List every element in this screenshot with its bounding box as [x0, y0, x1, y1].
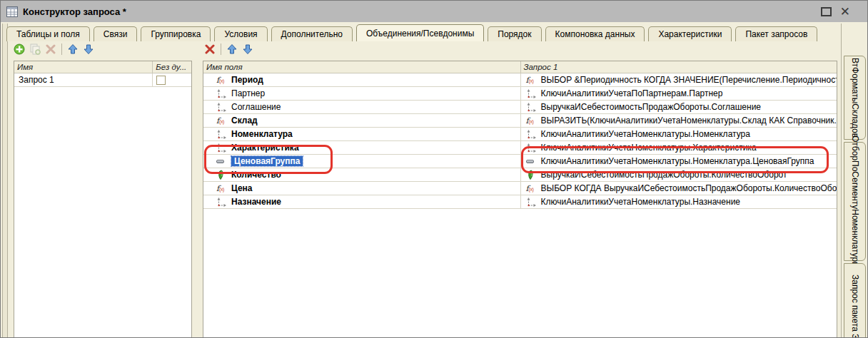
- tab-9[interactable]: Пакет запросов: [735, 26, 817, 41]
- delete-query-button[interactable]: [44, 42, 58, 56]
- left-splitter[interactable]: [2, 24, 8, 338]
- field-axes-icon: [216, 88, 229, 99]
- tab-1[interactable]: Связи: [94, 26, 138, 41]
- side-tab-strip: ВтФорматыСкладовОтборПоСегментуНоменклат…: [841, 24, 868, 338]
- queries-table: Имя Без ду... Запрос 1: [14, 61, 192, 338]
- field-row[interactable]: КоличествоВыручкаИСебестоимостьПродажОбо…: [203, 168, 837, 182]
- field-expression: КлючиАналитикиУчетаПоПартнерам.Партнер: [541, 88, 723, 98]
- toolbar-separator: [61, 43, 62, 55]
- side-tab-0[interactable]: ВтФорматыСкладов: [844, 56, 866, 140]
- window-title: Конструктор запроса *: [23, 6, 126, 17]
- field-axes-icon: [216, 129, 229, 140]
- aggregate-icon: [526, 170, 539, 180]
- field-row[interactable]: НоменклатураКлючиАналитикиУчетаНоменклат…: [203, 128, 837, 141]
- function-icon: f(x): [216, 116, 229, 126]
- expression-icon: [526, 156, 539, 167]
- field-expression: КлючиАналитикиУчетаНоменклатуры.Номенкла…: [541, 129, 750, 139]
- column-header-query1: Запрос 1: [521, 61, 837, 73]
- tab-8[interactable]: Характеристики: [648, 26, 732, 41]
- field-expression: КлючиАналитикиУчетаНоменклатуры.Номенкла…: [541, 156, 814, 166]
- tab-6[interactable]: Порядок: [488, 26, 541, 41]
- field-name: Количество: [231, 170, 281, 180]
- field-expression: ВЫБОР &Периодичность КОГДА ЗНАЧЕНИЕ(Пере…: [541, 75, 837, 85]
- arrow-up-icon: [67, 43, 79, 55]
- function-icon: f(x): [216, 183, 229, 194]
- field-name: Цена: [231, 183, 253, 193]
- titlebar: Конструктор запроса * ✕: [1, 1, 868, 22]
- field-expression: ВыручкаИСебестоимостьПродажОбороты.Согла…: [541, 102, 762, 112]
- function-icon: f(x): [526, 116, 539, 126]
- query-name: Запрос 1: [19, 75, 54, 85]
- delete-field-button[interactable]: [203, 42, 217, 56]
- toolbar-separator: [221, 43, 221, 55]
- field-row[interactable]: ПартнерКлючиАналитикиУчетаПоПартнерам.Па…: [203, 87, 837, 101]
- tab-unions-aliases[interactable]: Объединения/Псевдонимы: [356, 24, 484, 41]
- expression-icon: [216, 156, 229, 167]
- field-row[interactable]: f(x)Периодf(x)ВЫБОР &Периодичность КОГДА…: [203, 73, 837, 87]
- tab-3[interactable]: Условия: [214, 26, 267, 41]
- field-expression: ВЫБОР КОГДА ВыручкаИСебестоимостьПродажО…: [541, 183, 837, 193]
- function-icon: f(x): [526, 75, 539, 86]
- field-axes-icon: [216, 102, 229, 113]
- field-row[interactable]: НазначениеКлючиАналитикиУчетаНоменклатур…: [203, 195, 837, 209]
- field-name-selected: ЦеноваяГруппа: [231, 156, 303, 166]
- window-table-icon: [6, 6, 18, 17]
- side-tab-2[interactable]: Запрос пакета 3: [844, 263, 866, 338]
- tab-0[interactable]: Таблицы и поля: [6, 26, 90, 41]
- field-axes-icon: [526, 88, 539, 99]
- field-axes-icon: [216, 143, 229, 153]
- field-axes-icon: [526, 102, 539, 113]
- tab-4[interactable]: Дополнительно: [271, 26, 353, 41]
- field-name: Назначение: [231, 197, 281, 207]
- add-query-button[interactable]: [12, 42, 26, 56]
- field-row[interactable]: f(x)Ценаf(x)ВЫБОР КОГДА ВыручкаИСебестои…: [203, 182, 837, 195]
- delete-icon: [46, 44, 56, 54]
- close-button-icon[interactable]: ✕: [840, 6, 850, 18]
- queries-toolbar: [12, 41, 97, 57]
- arrow-up-icon: [226, 43, 238, 55]
- fields-table: Имя поля Запрос 1 f(x)Периодf(x)ВЫБОР &П…: [203, 61, 837, 338]
- move-field-up-button[interactable]: [225, 42, 239, 56]
- function-icon: f(x): [216, 75, 229, 86]
- field-row[interactable]: СоглашениеВыручкаИСебестоимостьПродажОбо…: [203, 101, 837, 114]
- column-header-name: Имя: [14, 61, 153, 73]
- fields-table-header: Имя поля Запрос 1: [203, 61, 837, 73]
- tab-7[interactable]: Компоновка данных: [545, 26, 645, 41]
- field-name: Соглашение: [231, 102, 281, 112]
- delete-icon: [205, 44, 215, 54]
- move-field-down-button[interactable]: [241, 42, 255, 56]
- column-header-field-name: Имя поля: [203, 61, 521, 73]
- field-expression: ВЫРАЗИТЬ(КлючиАналитикиУчетаНоменклатуры…: [541, 116, 837, 126]
- field-expression: КлючиАналитикиУчетаНоменклатуры.Назначен…: [541, 197, 741, 207]
- field-name: Партнер: [231, 88, 265, 98]
- field-expression: ВыручкаИСебестоимостьПродажОбороты.Колич…: [541, 170, 787, 180]
- field-axes-icon: [526, 197, 539, 208]
- queries-table-header: Имя Без ду...: [14, 61, 191, 73]
- field-name: Период: [231, 75, 263, 85]
- no-duplicates-checkbox[interactable]: [156, 76, 166, 85]
- maximize-button-icon[interactable]: [821, 7, 832, 16]
- query-row[interactable]: Запрос 1: [14, 73, 191, 87]
- field-name: Склад: [231, 116, 258, 126]
- aggregate-icon: [216, 170, 229, 180]
- field-name: Номенклатура: [231, 129, 293, 139]
- side-tab-1[interactable]: ОтборПоСегментуНоменклатуры: [844, 142, 866, 261]
- move-query-up-button[interactable]: [66, 42, 80, 56]
- field-row[interactable]: f(x)Складf(x)ВЫРАЗИТЬ(КлючиАналитикиУчет…: [203, 114, 837, 128]
- column-header-no-duplicates: Без ду...: [153, 61, 191, 73]
- query-builder-window: Конструктор запроса * ✕ Таблицы и поляСв…: [0, 0, 868, 338]
- tab-strip: Таблицы и поляСвязиГруппировкаУсловияДоп…: [6, 24, 821, 41]
- arrow-down-icon: [242, 43, 253, 55]
- field-axes-icon: [526, 129, 539, 140]
- copy-query-button[interactable]: [28, 42, 42, 56]
- field-expression: КлючиАналитикиУчетаНоменклатуры.Характер…: [541, 143, 757, 153]
- function-icon: f(x): [526, 183, 539, 194]
- field-axes-icon: [526, 143, 539, 153]
- move-query-down-button[interactable]: [81, 42, 96, 56]
- tab-2[interactable]: Группировка: [141, 26, 211, 41]
- field-name: Характеристика: [231, 143, 299, 153]
- field-row[interactable]: ХарактеристикаКлючиАналитикиУчетаНоменкл…: [203, 141, 837, 155]
- field-axes-icon: [216, 197, 229, 208]
- arrow-down-icon: [83, 43, 94, 55]
- field-row[interactable]: ЦеноваяГруппаКлючиАналитикиУчетаНоменкла…: [203, 155, 837, 168]
